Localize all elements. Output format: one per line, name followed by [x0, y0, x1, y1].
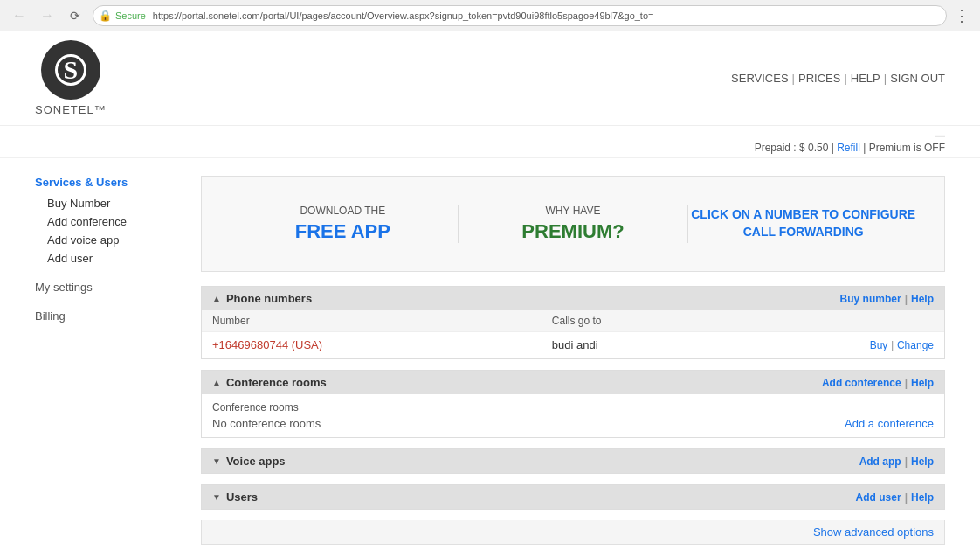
conference-rooms-header[interactable]: ▲ Conference rooms Add conference | Help: [202, 371, 944, 394]
sidebar-item-add-conference[interactable]: Add conference: [35, 212, 175, 231]
voice-apps-expand-icon: ▼: [212, 456, 221, 466]
nav-prices[interactable]: PRICES: [798, 72, 840, 85]
table-header-row: Number Calls go to: [202, 310, 944, 332]
voice-apps-title: Voice apps: [226, 455, 286, 468]
users-expand-icon: ▼: [212, 492, 221, 502]
prepaid-bar: — Prepaid : $ 0.50 | Refill | Premium is…: [0, 126, 980, 158]
banner-call-forwarding: CLICK ON A NUMBER TO CONFIGURE CALL FORW…: [688, 206, 918, 240]
prepaid-text: Prepaid : $ 0.50: [755, 142, 829, 154]
forward-button[interactable]: →: [37, 5, 58, 26]
premium-status: Premium is OFF: [869, 142, 945, 154]
reload-button[interactable]: ⟳: [65, 5, 86, 26]
address-bar[interactable]: 🔒 Secure https://portal.sonetel.com/port…: [93, 5, 947, 26]
banner-free-app[interactable]: DOWNLOAD THE FREE APP: [228, 205, 459, 243]
promotional-banner: DOWNLOAD THE FREE APP WHY HAVE PREMIUM? …: [201, 176, 945, 272]
no-conference-text: No conference rooms: [212, 417, 321, 430]
users-section: ▼ Users Add user | Help: [201, 484, 945, 510]
phone-numbers-body: Number Calls go to +16469680744 (USA) bu…: [202, 310, 944, 358]
browser-chrome: ← → ⟳ 🔒 Secure https://portal.sonetel.co…: [0, 0, 980, 31]
phone-numbers-help-link[interactable]: Help: [911, 293, 934, 305]
buy-action-link[interactable]: Buy: [870, 339, 888, 351]
sidebar-item-add-voice-app[interactable]: Add voice app: [35, 231, 175, 249]
banner-free-app-main: FREE APP: [228, 220, 458, 243]
advanced-options-bar: Show advanced options: [201, 520, 945, 545]
phone-numbers-table: Number Calls go to +16469680744 (USA) bu…: [202, 310, 944, 358]
lock-icon: 🔒: [99, 10, 112, 22]
url-text: https://portal.sonetel.com/portal/UI/pag…: [153, 10, 654, 21]
calls-go-to-cell: budi andi: [542, 332, 724, 358]
buy-number-link[interactable]: Buy number: [840, 293, 901, 305]
logo-letter: S: [64, 57, 79, 83]
brand-name: SONETEL™: [35, 103, 107, 116]
phone-number-link[interactable]: +16469680744 (USA): [212, 338, 322, 351]
nav-sign-out[interactable]: SIGN OUT: [890, 72, 945, 85]
add-conference-link[interactable]: Add conference: [822, 377, 901, 389]
voice-apps-help-link[interactable]: Help: [911, 455, 934, 468]
sidebar-item-my-settings[interactable]: My settings: [35, 278, 175, 296]
users-help-link[interactable]: Help: [911, 491, 934, 504]
main-layout: Services & Users Buy Number Add conferen…: [0, 158, 980, 549]
sidebar-item-add-user[interactable]: Add user: [35, 249, 175, 268]
voice-apps-section: ▼ Voice apps Add app | Help: [201, 448, 945, 474]
sidebar-section-title: Services & Users: [35, 176, 175, 189]
page: S SONETEL™ SERVICES | PRICES | HELP | SI…: [0, 31, 980, 549]
conference-rooms-label: Conference rooms: [212, 401, 934, 413]
refill-link[interactable]: Refill: [837, 142, 860, 154]
sidebar-item-buy-number[interactable]: Buy Number: [35, 194, 175, 212]
col-calls-go-to: Calls go to: [542, 310, 724, 332]
table-row: +16469680744 (USA) budi andi Buy | Chang…: [202, 332, 944, 358]
phone-numbers-section: ▲ Phone numbers Buy number | Help Number: [201, 286, 945, 359]
banner-premium-sub: WHY HAVE: [459, 205, 688, 217]
nav-help[interactable]: HELP: [851, 72, 880, 85]
phone-number-cell: +16469680744 (USA): [202, 332, 542, 358]
banner-free-app-sub: DOWNLOAD THE: [228, 205, 458, 217]
conference-help-link[interactable]: Help: [911, 377, 934, 389]
logo-area: S SONETEL™: [35, 40, 107, 116]
sidebar: Services & Users Buy Number Add conferen…: [35, 176, 175, 545]
banner-premium-main: PREMIUM?: [459, 220, 688, 243]
nav-menu: SERVICES | PRICES | HELP | SIGN OUT: [731, 72, 945, 85]
conference-rooms-body: Conference rooms No conference rooms Add…: [202, 394, 944, 437]
banner-click-text: CLICK ON A NUMBER TO CONFIGURE CALL FORW…: [688, 206, 918, 240]
show-advanced-link[interactable]: Show advanced options: [813, 525, 934, 539]
secure-label: Secure: [115, 10, 146, 21]
browser-menu-icon[interactable]: ⋮: [954, 6, 971, 25]
sidebar-item-billing[interactable]: Billing: [35, 307, 175, 325]
col-number: Number: [202, 310, 542, 332]
phone-numbers-title: Phone numbers: [226, 292, 312, 305]
prepaid-dash: —: [935, 129, 945, 142]
banner-premium[interactable]: WHY HAVE PREMIUM?: [459, 205, 689, 243]
phone-number-actions: Buy | Change: [724, 332, 944, 358]
nav-services[interactable]: SERVICES: [731, 72, 789, 85]
logo-circle: S: [41, 40, 100, 100]
phone-numbers-expand-icon: ▲: [212, 294, 221, 303]
conference-rooms-title: Conference rooms: [226, 376, 327, 389]
conference-rooms-row: No conference rooms Add a conference: [212, 417, 934, 430]
users-header[interactable]: ▼ Users Add user | Help: [202, 485, 944, 509]
add-app-link[interactable]: Add app: [859, 455, 901, 468]
add-user-link[interactable]: Add user: [856, 491, 901, 504]
users-title: Users: [226, 490, 258, 504]
content-area: DOWNLOAD THE FREE APP WHY HAVE PREMIUM? …: [201, 176, 945, 545]
logo-inner: S: [55, 54, 86, 86]
change-action-link[interactable]: Change: [897, 339, 934, 351]
back-button[interactable]: ←: [9, 5, 30, 26]
conference-rooms-expand-icon: ▲: [212, 378, 221, 387]
phone-numbers-header[interactable]: ▲ Phone numbers Buy number | Help: [202, 287, 944, 310]
voice-apps-header[interactable]: ▼ Voice apps Add app | Help: [202, 449, 944, 473]
add-conference-inline-link[interactable]: Add a conference: [845, 417, 934, 430]
site-header: S SONETEL™ SERVICES | PRICES | HELP | SI…: [0, 31, 980, 126]
conference-rooms-section: ▲ Conference rooms Add conference | Help…: [201, 370, 945, 438]
